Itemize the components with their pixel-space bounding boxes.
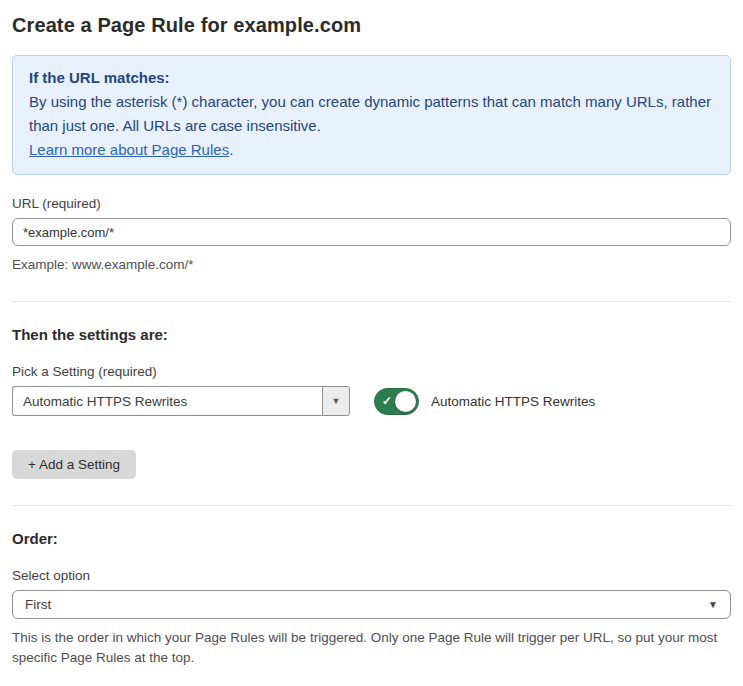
setting-select-arrow-button[interactable]: ▼: [322, 386, 350, 416]
info-box-body: By using the asterisk (*) character, you…: [29, 90, 714, 138]
info-box-link-line: Learn more about Page Rules.: [29, 138, 714, 162]
divider: [12, 301, 731, 302]
order-helper-text: This is the order in which your Page Rul…: [12, 628, 731, 668]
divider: [12, 505, 731, 506]
order-select[interactable]: First ▼: [12, 590, 731, 619]
order-section-heading: Order:: [12, 530, 731, 547]
info-box-heading: If the URL matches:: [29, 66, 714, 90]
learn-more-link[interactable]: Learn more about Page Rules: [29, 141, 229, 158]
setting-select[interactable]: Automatic HTTPS Rewrites ▼: [12, 386, 350, 416]
settings-section-heading: Then the settings are:: [12, 326, 731, 343]
url-helper-text: Example: www.example.com/*: [12, 255, 731, 275]
toggle-knob: [395, 391, 416, 412]
https-rewrites-toggle[interactable]: ✓: [374, 388, 419, 415]
create-page-rule-form: Create a Page Rule for example.com If th…: [0, 0, 743, 686]
url-input[interactable]: [12, 218, 731, 246]
link-suffix: .: [229, 141, 233, 158]
order-select-label: Select option: [12, 568, 731, 583]
setting-row: Automatic HTTPS Rewrites ▼ ✓ Automatic H…: [12, 386, 731, 416]
toggle-label: Automatic HTTPS Rewrites: [431, 394, 595, 409]
pick-setting-label: Pick a Setting (required): [12, 364, 731, 379]
url-matches-info-box: If the URL matches: By using the asteris…: [12, 55, 731, 175]
chevron-down-icon: ▼: [332, 396, 341, 406]
add-setting-button[interactable]: + Add a Setting: [12, 450, 136, 479]
check-icon: ✓: [382, 394, 392, 408]
page-title: Create a Page Rule for example.com: [12, 14, 731, 37]
setting-toggle-group: ✓ Automatic HTTPS Rewrites: [374, 388, 595, 415]
setting-select-value[interactable]: Automatic HTTPS Rewrites: [12, 386, 322, 416]
order-select-value: First: [25, 597, 51, 612]
chevron-down-icon: ▼: [708, 599, 718, 610]
url-label: URL (required): [12, 196, 731, 211]
